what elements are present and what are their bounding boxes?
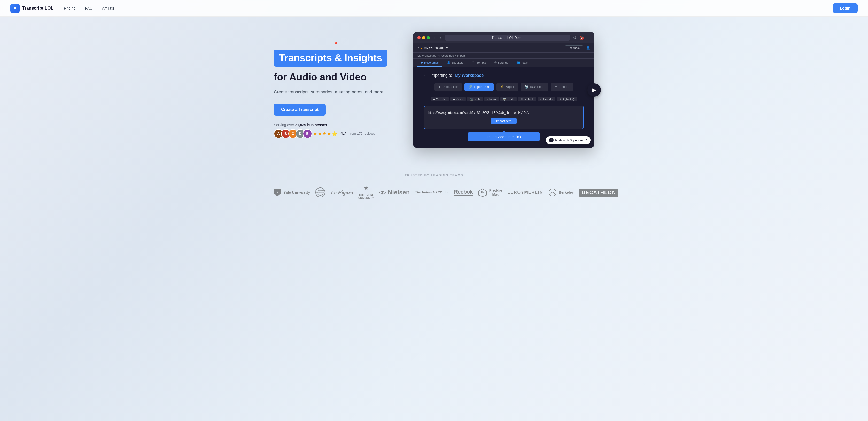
svg-text:Y: Y <box>277 191 278 193</box>
home-icon: ⌂ <box>417 46 419 50</box>
supademo-label: Made with Supademo ↗ <box>555 139 587 142</box>
supademo-badge[interactable]: S Made with Supademo ↗ <box>546 136 591 144</box>
hero-headline-box: Transcripts & Insights <box>274 50 387 67</box>
rss-icon: 📡 <box>525 85 529 89</box>
star-3: ★ <box>322 131 327 137</box>
play-button[interactable]: ▶ <box>587 83 601 97</box>
source-linkedin[interactable]: in LinkedIn <box>538 97 555 102</box>
minimize-button[interactable] <box>422 36 425 39</box>
source-facebook[interactable]: f Facebook <box>518 97 536 102</box>
recordings-icon: ▶ <box>421 61 423 64</box>
demo-titlebar: ← → Transcript LOL Demo ↺ 🔇 ⛶ <box>413 32 594 43</box>
freddie-text: Freddie <box>489 188 502 192</box>
logo-indian-express: The Indian EXPRESS <box>415 190 448 194</box>
nav-pricing[interactable]: Pricing <box>64 6 76 10</box>
maximize-button[interactable] <box>427 36 430 39</box>
logo-nielsen: ◁▷Nielsen <box>379 189 410 196</box>
workspace-name: My Workspace <box>424 46 444 50</box>
source-youtube[interactable]: ▶ YouTube <box>431 97 449 102</box>
source-vimeo[interactable]: ◆ Vimeo <box>450 97 466 102</box>
supademo-icon: S <box>549 138 554 142</box>
logo-reebok: Reebok <box>454 189 472 196</box>
tab-settings[interactable]: ⚙ Settings <box>491 59 512 67</box>
login-button[interactable]: Login <box>833 3 858 13</box>
close-button[interactable] <box>417 36 421 39</box>
hero-headline1: Transcripts & Insights <box>279 53 382 63</box>
volume-icon: 🔇 <box>580 36 584 40</box>
logo-berkeley: Berkeley <box>549 188 574 197</box>
tab-team[interactable]: 👥 Team <box>513 59 532 67</box>
avatars: A B C D E <box>274 129 310 138</box>
import-url-tab[interactable]: 🔗 Import URL <box>464 83 494 91</box>
indian-express-text: The Indian EXPRESS <box>415 190 448 194</box>
trusted-label: TRUSTED BY LEADING TEAMS <box>274 173 594 177</box>
rating-row: A B C D E ★ ★ ★ ★ ⭐ 4.7 from 176 reviews <box>274 129 398 138</box>
source-reddit[interactable]: 👽 Reddit <box>500 97 517 102</box>
demo-app-header: ⌂ ● My Workspace ∨ Feedback 👤 <box>413 43 594 53</box>
nav-faq[interactable]: FAQ <box>85 6 93 10</box>
avatar-5: E <box>303 129 312 138</box>
nav-affiliate[interactable]: Affiliate <box>102 6 115 10</box>
demo-app-actions: Feedback 👤 <box>565 45 590 50</box>
nav-logo[interactable]: Transcript LOL <box>10 4 54 13</box>
demo-area: ← → Transcript LOL Demo ↺ 🔇 ⛶ ⌂ ● My Wor… <box>413 32 594 148</box>
logo-columbia2: COLUMBIAUNIVERSITY <box>358 186 374 199</box>
source-tiktok[interactable]: ♪ TikTok <box>485 97 499 102</box>
svg-text:FM: FM <box>481 191 485 194</box>
demo-breadcrumb: My Workspace > Recordings > Import <box>413 53 594 59</box>
link-icon: 🔗 <box>468 85 472 89</box>
importing-text: Importing to <box>430 73 452 78</box>
tab-prompts[interactable]: ⚙ Prompts <box>468 59 490 67</box>
hero-section: 📍 Transcripts & Insights for Audio and V… <box>253 17 615 163</box>
hero-left: 📍 Transcripts & Insights for Audio and V… <box>274 41 398 138</box>
upload-file-tab[interactable]: ⬆ Upload File <box>434 83 462 91</box>
logo-text: Transcript LOL <box>22 6 54 11</box>
breadcrumb-text: My Workspace > Recordings > Import <box>417 54 465 57</box>
traffic-lights <box>417 36 430 39</box>
rating-score: 4.7 <box>340 131 346 136</box>
import-video-tooltip: Import video from link <box>468 132 540 141</box>
yale-text: Yale University <box>283 190 310 195</box>
demo-tabs: ▶ Recordings 👤 Speakers ⚙ Prompts ⚙ Sett… <box>413 59 594 67</box>
url-bar[interactable]: Transcript LOL Demo <box>445 35 570 40</box>
navbar: Transcript LOL Pricing FAQ Affiliate Log… <box>0 0 868 17</box>
fullscreen-icon[interactable]: ⛶ <box>586 36 590 40</box>
tab-speakers[interactable]: 👤 Speakers <box>443 59 467 67</box>
forward-arrow-icon[interactable]: → <box>438 36 442 40</box>
logo-freddie-mac: FM Freddie Mac <box>478 188 502 197</box>
workspace-dot: ● <box>421 47 423 49</box>
cta-button[interactable]: Create a Transcript <box>274 104 326 116</box>
zapier-icon: ⚡ <box>500 85 504 89</box>
demo-main: ← Importing to My Workspace ⬆ Upload Fil… <box>413 67 594 148</box>
logo-columbia: COLUMBIA UNIVERSITY <box>315 187 326 198</box>
source-reels[interactable]: 📷 Reels <box>467 97 483 102</box>
pin-icon: 📍 <box>333 41 339 48</box>
record-tab[interactable]: 🎙 Record <box>551 83 574 91</box>
back-arrow-icon[interactable]: ← <box>433 36 437 40</box>
feedback-button[interactable]: Feedback <box>565 45 583 50</box>
source-twitter[interactable]: 𝕏 X (Twitter) <box>557 97 577 102</box>
tab-recordings[interactable]: ▶ Recordings <box>417 59 442 67</box>
speakers-icon: 👤 <box>447 61 451 64</box>
demo-window: ← → Transcript LOL Demo ↺ 🔇 ⛶ ⌂ ● My Wor… <box>413 32 594 148</box>
url-input[interactable] <box>428 111 579 115</box>
reload-icon[interactable]: ↺ <box>573 36 576 40</box>
prompts-icon: ⚙ <box>472 61 474 64</box>
settings-icon: ⚙ <box>494 61 497 64</box>
nav-links: Pricing FAQ Affiliate <box>64 6 115 10</box>
back-button[interactable]: ← <box>424 73 428 78</box>
hero-headline2: for Audio and Video <box>274 72 398 83</box>
star-2: ★ <box>318 131 322 137</box>
rss-tab[interactable]: 📡 RSS Feed <box>521 83 549 91</box>
zapier-tab[interactable]: ⚡ Zapier <box>496 83 519 91</box>
trusted-section: TRUSTED BY LEADING TEAMS Y Yale Universi… <box>253 163 615 210</box>
workspace-chevron: ∨ <box>446 46 448 50</box>
figaro-text: Le Figaro <box>331 189 353 196</box>
upload-icon: ⬆ <box>438 85 441 89</box>
star-half: ⭐ <box>332 131 337 137</box>
team-icon: 👥 <box>517 61 520 64</box>
berkeley-text: Berkeley <box>559 190 574 194</box>
import-type-tabs: ⬆ Upload File 🔗 Import URL ⚡ Zapier 📡 RS… <box>424 83 584 91</box>
import-item-button[interactable]: Import item <box>491 118 517 124</box>
import-header: ← Importing to My Workspace <box>424 73 584 78</box>
